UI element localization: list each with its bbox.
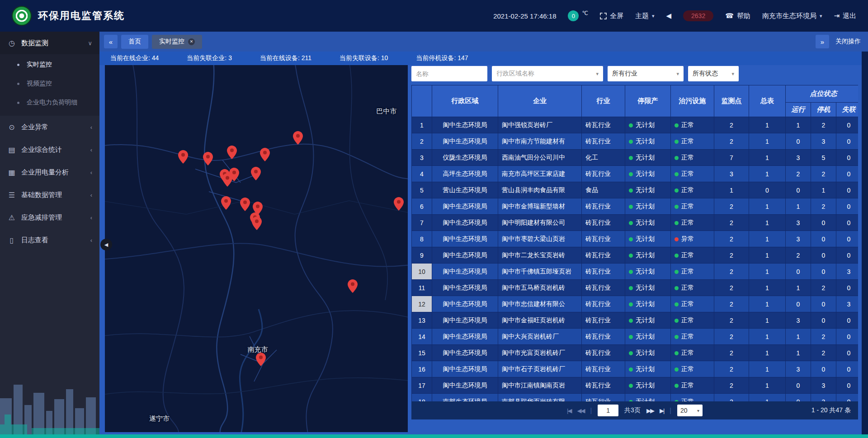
- theme-dropdown[interactable]: 主题 ▾: [635, 12, 655, 20]
- cell-points: 2: [714, 264, 749, 280]
- cell-lost: 0: [836, 117, 859, 133]
- cell-points: 2: [714, 198, 749, 215]
- map-pin-icon[interactable]: [227, 146, 237, 159]
- header-limit: 停限产: [625, 85, 671, 117]
- alert-count-badge[interactable]: 2632: [683, 10, 713, 21]
- cell-company: 阆中大兴页岩机砖厂: [498, 329, 582, 345]
- map-pin-icon[interactable]: [240, 198, 250, 211]
- cell-stop: 0: [811, 296, 836, 312]
- map-pin-icon[interactable]: [348, 279, 358, 293]
- chevron-down-icon: ▾: [820, 13, 822, 19]
- table-row[interactable]: 13阆中生态环境局阆中市金福旺页岩机砖砖瓦行业无计划正常21300: [412, 312, 859, 329]
- page-number-input[interactable]: [598, 405, 618, 416]
- chevron-down-icon: ▾: [731, 71, 734, 77]
- stat-label: 当前在线企业:: [110, 54, 152, 61]
- city-label-巴中市: 巴中市: [377, 107, 397, 115]
- org-dropdown[interactable]: 南充市生态环境局 ▾: [762, 12, 822, 20]
- tab-close-icon[interactable]: ✕: [188, 38, 195, 45]
- chevron-down-icon: ∨: [88, 40, 92, 47]
- fullscreen-label: 全屏: [610, 12, 623, 20]
- cell-meters: 1: [749, 150, 786, 166]
- region-filter-select[interactable]: 行政区域名称 ▾: [492, 66, 603, 81]
- map-pin-icon[interactable]: [251, 167, 261, 180]
- map-pin-icon[interactable]: [178, 150, 188, 164]
- sidebar-group-数据监测[interactable]: ◷数据监测∨: [0, 32, 99, 54]
- table-row[interactable]: 9阆中生态环境局阆中市二龙长宝页岩砖砖瓦行业无计划正常21200: [412, 247, 859, 264]
- table-row[interactable]: 10阆中生态环境局阆中市千佛镇五郎垭页岩砖瓦行业无计划正常21003: [412, 264, 859, 280]
- cell-row-no: 3: [412, 150, 432, 166]
- table-row[interactable]: 1阆中生态环境局阆中强锐页岩砖厂砖瓦行业无计划正常21120: [412, 117, 859, 133]
- sidebar-group-企业用电量分析[interactable]: ▦企业用电量分析‹: [0, 161, 99, 184]
- sidebar-item-企业电力负荷明细[interactable]: 企业电力负荷明细: [0, 93, 99, 112]
- table-row[interactable]: 12阆中生态环境局阆中市忠信建材有限公砖瓦行业无计划正常21003: [412, 296, 859, 312]
- map-pin-icon[interactable]: [260, 148, 270, 161]
- table-row[interactable]: 8阆中生态环境局阆中市枣碧大梁山页岩砖瓦行业无计划异常21300: [412, 231, 859, 247]
- cell-region: 阆中生态环境局: [432, 198, 498, 215]
- status-dot-green-icon: [629, 351, 633, 355]
- close-operations-button[interactable]: 关闭操作: [835, 38, 861, 46]
- sidebar-group-企业异常[interactable]: ⊙企业异常‹: [0, 116, 99, 138]
- name-filter-input[interactable]: [411, 66, 487, 81]
- cell-industry: 砖瓦行业: [582, 215, 625, 231]
- tab-实时监控[interactable]: 实时监控✕: [152, 35, 202, 49]
- industry-filter-select[interactable]: 所有行业 ▾: [608, 66, 684, 81]
- table-row[interactable]: 2阆中生态环境局阆中市南方节能建材有砖瓦行业无计划正常21030: [412, 133, 859, 150]
- sidebar-group-label: 企业综合统计: [21, 146, 62, 154]
- stat-item: 当前停机设备: 147: [416, 54, 468, 62]
- table-row[interactable]: 15阆中生态环境局阆中市光富页岩机砖厂砖瓦行业无计划正常21120: [412, 345, 859, 361]
- map-pin-icon[interactable]: [222, 173, 232, 187]
- status-dot-green-icon: [675, 188, 679, 193]
- sound-button[interactable]: ◀: [666, 12, 672, 20]
- next-page-button[interactable]: ▶▶: [646, 407, 654, 414]
- map-pin-icon[interactable]: [394, 197, 404, 211]
- first-page-button[interactable]: |◀: [567, 407, 571, 414]
- sidebar-group-应急减排管理[interactable]: ⚠应急减排管理‹: [0, 206, 99, 229]
- tabs-scroll-left-button[interactable]: «: [104, 35, 118, 48]
- last-page-button[interactable]: ▶|: [660, 407, 664, 414]
- cell-facility-status: 异常: [671, 231, 714, 247]
- tabs-scroll-right-button[interactable]: »: [816, 35, 829, 48]
- cell-limit-status: 无计划: [625, 264, 671, 280]
- logout-button[interactable]: ⇥ 退出: [834, 12, 856, 20]
- table-row[interactable]: 5营山生态环境局营山县润丰肉食品有限食品无计划正常10010: [412, 182, 859, 198]
- alert-icon: ⊙: [7, 123, 16, 132]
- map-pin-icon[interactable]: [203, 152, 213, 165]
- map-collapse-button[interactable]: ◀: [100, 239, 112, 250]
- map-pin-icon[interactable]: [293, 131, 303, 145]
- table-row[interactable]: 16阆中生态环境局阆中市石子页岩机砖厂砖瓦行业无计划正常21300: [412, 361, 859, 377]
- cell-company: 阆中市枣碧大梁山页岩: [498, 231, 582, 247]
- table-row[interactable]: 4高坪生态环境局南充市高坪区王家店建砖瓦行业无计划正常31220: [412, 166, 859, 182]
- table-row[interactable]: 6阆中生态环境局阆中市金博瑞新型墙材砖瓦行业无计划正常21120: [412, 198, 859, 215]
- table-row[interactable]: 14阆中生态环境局阆中大兴页岩机砖厂砖瓦行业无计划正常21120: [412, 329, 859, 345]
- fullscreen-button[interactable]: 全屏: [600, 12, 623, 20]
- cell-company: 阆中强锐页岩砖厂: [498, 117, 582, 133]
- sidebar-item-实时监控[interactable]: 实时监控: [0, 55, 99, 74]
- map-pin-icon[interactable]: [252, 217, 262, 230]
- table-row[interactable]: 7阆中生态环境局阆中明阳建材有限公司砖瓦行业无计划正常21300: [412, 215, 859, 231]
- sidebar-group-基础数据管理[interactable]: ☰基础数据管理‹: [0, 184, 99, 206]
- map-pin-icon[interactable]: [256, 353, 266, 366]
- map-pin-icon[interactable]: [221, 196, 231, 210]
- table-row[interactable]: 11阆中生态环境局阆中市五马桥页岩机砖砖瓦行业无计划正常21120: [412, 280, 859, 296]
- enterprise-table-wrap: 行政区域 企业 行业 停限产 治污设施 监测点 总表 点位状态 运行 停机 失联…: [411, 85, 858, 401]
- tab-首页[interactable]: 首页: [121, 35, 148, 49]
- status-filter-select[interactable]: 所有状态 ▾: [688, 66, 739, 81]
- stat-value: 10: [381, 54, 388, 61]
- cell-points: 2: [714, 117, 749, 133]
- speaker-icon: ◀: [666, 12, 672, 20]
- prev-page-button[interactable]: ◀◀: [577, 407, 584, 414]
- sidebar-item-视频监控[interactable]: 视频监控: [0, 74, 99, 93]
- map-panel[interactable]: 巴中市南充市遂宁市: [105, 65, 408, 432]
- stats-bar: 当前在线企业: 44当前失联企业: 3当前在线设备: 211当前失联设备: 10…: [99, 52, 862, 65]
- cell-industry: 砖瓦行业: [582, 231, 625, 247]
- cell-stop: 0: [811, 215, 836, 231]
- chevron-left-icon: ‹: [90, 146, 92, 153]
- sidebar-group-日志查看[interactable]: ▯日志查看‹: [0, 229, 99, 251]
- sidebar-group-企业综合统计[interactable]: ▤企业综合统计‹: [0, 138, 99, 161]
- table-row[interactable]: 17阆中生态环境局阆中市江南镇阆南页岩砖瓦行业无计划正常21030: [412, 377, 859, 394]
- page-size-select[interactable]: 20 ▾: [677, 405, 703, 416]
- table-row[interactable]: 3仪陇生态环境局西南油气田分公司川中化工无计划正常71350: [412, 150, 859, 166]
- table-row[interactable]: 18南部生态环境局南部县瑞华页岩砖有限砖瓦行业无计划正常21030: [412, 394, 859, 402]
- help-button[interactable]: ☎ 帮助: [725, 12, 750, 20]
- bottom-accent-strip: [0, 434, 868, 438]
